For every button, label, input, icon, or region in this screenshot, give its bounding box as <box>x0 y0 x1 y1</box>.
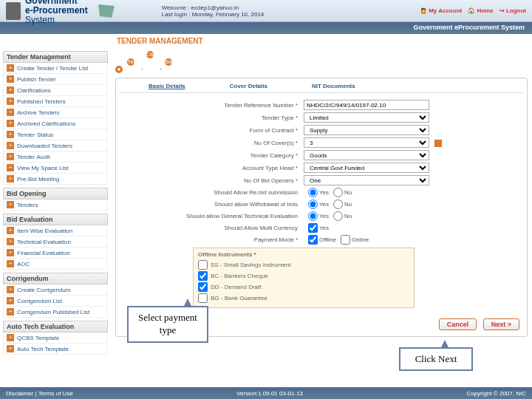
top-links: 🙍 My Account 🏠 Home ↪ Logout <box>420 7 526 14</box>
sidebar-item[interactable]: +QCBS Template <box>3 332 108 344</box>
expand-icon: + <box>7 142 14 149</box>
genteval-no[interactable] <box>333 211 343 221</box>
page-title: TENDER MANAGEMENT <box>0 34 532 48</box>
expand-icon: + <box>7 286 14 293</box>
app-header: Government e-Procurement System Welcome … <box>0 0 532 22</box>
sidebar-group: Auto Tech Evaluation <box>3 321 108 332</box>
genteval-yes[interactable] <box>308 211 318 221</box>
sidebar-item[interactable]: +Pre-Bid Meeting <box>3 174 108 185</box>
tab-nit-documents[interactable]: NIT Documents <box>312 83 355 89</box>
covers-select[interactable]: 3 <box>304 137 429 148</box>
logout-link[interactable]: ↪ Logout <box>499 7 526 14</box>
sidebar-item[interactable]: +Auto Tech Template <box>3 344 108 355</box>
brand: Government e-Procurement System <box>25 0 88 25</box>
home-link[interactable]: 🏠 Home <box>468 7 493 14</box>
expand-icon: + <box>7 98 14 105</box>
opt-dd[interactable] <box>198 282 208 292</box>
sidebar-item[interactable]: +Financial Evaluation <box>3 248 108 259</box>
pmode-offline[interactable] <box>308 235 318 245</box>
expand-icon: + <box>7 227 14 234</box>
contract-select[interactable]: Supply <box>304 125 429 135</box>
sidebar-group: Corrigendum <box>3 273 108 284</box>
expand-icon: + <box>7 297 14 304</box>
expand-icon: + <box>7 201 14 208</box>
tab-basic-details[interactable]: Basic Details <box>149 83 185 89</box>
sidebar-item[interactable]: +Create Corrigendum <box>3 284 108 296</box>
welcome-block: Welcome : ecdep1@yahoo.in Last login : M… <box>162 4 265 18</box>
footer: Disclaimer | Terms of Use Version:1.09.0… <box>0 387 532 399</box>
callout-payment: Select payment type <box>127 306 208 343</box>
opt-bg[interactable] <box>198 293 208 303</box>
sidebar-item[interactable]: +Clarifications <box>3 85 108 96</box>
sidebar-item[interactable]: +Tender Status <box>3 129 108 140</box>
expand-icon: + <box>7 109 14 116</box>
withdraw-no[interactable] <box>333 200 343 209</box>
map-icon <box>95 1 117 21</box>
sidebar-item[interactable]: +Technical Evaluation <box>3 236 108 248</box>
account-head-select[interactable]: Central Govt Funded <box>304 163 429 173</box>
tender-type-select[interactable]: Limited <box>304 112 429 123</box>
breadcrumb: ● Tender List › Call For Tender › Basic … <box>115 50 528 78</box>
next-button[interactable]: Next > <box>483 318 519 330</box>
sidebar-item[interactable]: +Published Tenders <box>3 96 108 107</box>
emblem-icon <box>6 2 21 20</box>
expand-icon: + <box>7 249 14 256</box>
expand-icon: + <box>7 260 14 267</box>
expand-icon: + <box>7 131 14 138</box>
sidebar-item[interactable]: +Create Tender / Tender List <box>3 63 108 74</box>
resub-no[interactable] <box>333 188 343 197</box>
sidebar-item[interactable]: +Item Wise Evaluation <box>3 225 108 236</box>
my-account-link[interactable]: 🙍 My Account <box>420 7 462 14</box>
calendar-icon[interactable] <box>434 140 442 147</box>
expand-icon: + <box>7 75 14 83</box>
sidebar-item[interactable]: +View My Space List <box>3 163 108 174</box>
sidebar-item[interactable]: +Archived Clarifications <box>3 118 108 129</box>
sidebar-item[interactable]: +Corrigendum List <box>3 296 108 307</box>
expand-icon: + <box>7 153 14 160</box>
sidebar-item[interactable]: +Archive Tenders <box>3 107 108 118</box>
expand-icon: + <box>7 120 14 127</box>
tabs: Basic Details Cover Details NIT Document… <box>119 81 524 93</box>
cancel-button[interactable]: Cancel <box>439 318 477 330</box>
sidebar-item[interactable]: +Tenders <box>3 200 108 211</box>
category-select[interactable]: Goods <box>304 150 429 160</box>
sidebar-group: Tender Management <box>3 51 108 63</box>
sidebar: Tender Management+Create Tender / Tender… <box>0 48 111 355</box>
opt-ss[interactable] <box>198 260 208 270</box>
expand-icon: + <box>7 308 14 316</box>
sidebar-item[interactable]: +Downloaded Tenders <box>3 140 108 151</box>
form: Tender Reference Number * Tender Type *L… <box>119 93 524 313</box>
expand-icon: + <box>7 334 14 341</box>
sidebar-group: Bid Evaluation <box>3 214 108 225</box>
expand-icon: + <box>7 64 14 72</box>
opt-bc[interactable] <box>198 271 208 281</box>
sidebar-group: Bid Opening <box>3 188 108 200</box>
expand-icon: + <box>7 345 14 352</box>
expand-icon: + <box>7 175 14 183</box>
multicur-yes[interactable] <box>308 223 318 233</box>
sidebar-item[interactable]: +Corrigendum Published List <box>3 307 108 318</box>
ref-number-input[interactable] <box>304 100 429 110</box>
sidebar-item[interactable]: +AOC <box>3 259 108 270</box>
expand-icon: + <box>7 238 14 245</box>
withdraw-yes[interactable] <box>308 200 318 209</box>
tab-cover-details[interactable]: Cover Details <box>230 83 267 89</box>
resub-yes[interactable] <box>308 188 318 197</box>
pmode-online[interactable] <box>341 235 350 245</box>
bullet-icon: ● <box>115 66 123 73</box>
sidebar-item[interactable]: +Tender Audit <box>3 151 108 163</box>
expand-icon: + <box>7 86 14 94</box>
offline-instruments: Offline Instruments * SS - Small Savings… <box>193 248 415 308</box>
bid-openers-select[interactable]: One <box>304 175 429 185</box>
expand-icon: + <box>7 164 14 171</box>
callout-next: Click Next <box>399 347 473 371</box>
sidebar-item[interactable]: +Publish Tender <box>3 74 108 85</box>
